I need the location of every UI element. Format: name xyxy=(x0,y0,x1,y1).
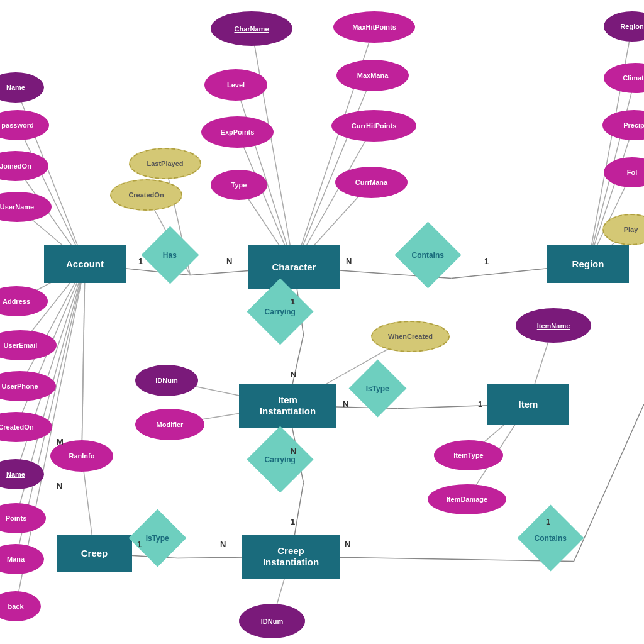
relation-contains2: Contains xyxy=(517,504,584,571)
attribute-region_name: Region xyxy=(604,11,644,42)
cardinality-c10: 1 xyxy=(291,517,295,526)
attribute-type: Type xyxy=(211,170,267,200)
cardinality-c5: 1 xyxy=(291,297,295,306)
svg-line-13 xyxy=(252,29,294,268)
attribute-currmana: CurrMana xyxy=(335,167,408,198)
attribute-precip: Precip xyxy=(602,110,644,140)
attribute-createdon2: CreatedOn xyxy=(0,412,52,442)
attribute-mana: Mana xyxy=(0,544,44,574)
attribute-password: password xyxy=(0,110,49,140)
cardinality-c16: N xyxy=(57,481,62,491)
attribute-username: UserName xyxy=(0,192,52,222)
cardinality-c13: N xyxy=(345,540,350,549)
attribute-back: back xyxy=(0,591,41,621)
cardinality-c9: N xyxy=(291,447,296,456)
attribute-charname: CharName xyxy=(211,11,292,46)
attribute-maxmana: MaxMana xyxy=(336,60,409,91)
cardinality-c8: 1 xyxy=(478,399,482,409)
svg-line-47 xyxy=(82,264,85,456)
attribute-idnum: IDNum xyxy=(135,365,198,396)
attribute-createdon_char: CreatedOn xyxy=(110,179,182,211)
attribute-itemname: ItemName xyxy=(516,308,591,343)
attribute-play: Play xyxy=(602,214,644,245)
entity-character: Character xyxy=(248,245,340,289)
entity-region: Region xyxy=(547,245,629,283)
relation-istype2: IsType xyxy=(128,509,186,567)
attribute-maxhitpoints: MaxHitPoints xyxy=(333,11,415,43)
er-diagram-canvas: AccountCharacterRegionItemInstantiationI… xyxy=(0,0,644,644)
relation-has: Has xyxy=(141,226,199,284)
cardinality-c14: 1 xyxy=(546,517,550,526)
entity-item_instantiation: ItemInstantiation xyxy=(239,384,336,428)
cardinality-c15: M xyxy=(57,437,64,447)
entity-account: Account xyxy=(44,245,126,283)
attribute-fol: Fol xyxy=(604,157,644,187)
attribute-useremail: UserEmail xyxy=(0,330,57,360)
attribute-userphone: UserPhone xyxy=(0,371,56,401)
attribute-lastplayed: LastPlayed xyxy=(129,148,201,179)
attribute-address: Address xyxy=(0,286,48,316)
attribute-itemtype: ItemType xyxy=(434,440,503,470)
attribute-level: Level xyxy=(204,69,267,101)
attribute-currhitpoints: CurrHitPoints xyxy=(331,110,416,142)
attribute-joinedon: JoinedOn xyxy=(0,151,48,181)
attribute-points: Points xyxy=(0,503,46,533)
cardinality-c1: 1 xyxy=(138,257,143,266)
entity-creep_instantiation: CreepInstantiation xyxy=(242,535,340,579)
entity-creep: Creep xyxy=(57,535,132,572)
attribute-name_account: Name xyxy=(0,72,44,103)
attribute-itemdamage: ItemDamage xyxy=(428,484,506,514)
attribute-name2: Name xyxy=(0,459,44,489)
attribute-whencreated: WhenCreated xyxy=(371,321,450,352)
relation-istype1: IsType xyxy=(348,359,406,417)
svg-line-48 xyxy=(82,264,85,456)
cardinality-c11: 1 xyxy=(137,540,142,549)
attribute-climate: Climate xyxy=(604,63,644,93)
attribute-exppoints: ExpPoints xyxy=(201,116,274,148)
svg-line-50 xyxy=(574,404,645,562)
cardinality-c3: N xyxy=(346,257,352,266)
cardinality-c7: N xyxy=(343,399,348,409)
cardinality-c2: N xyxy=(226,257,232,266)
cardinality-c6: N xyxy=(291,370,296,379)
cardinality-c12: N xyxy=(220,540,226,549)
attribute-idnum2: IDNum xyxy=(239,604,305,638)
relation-carrying2: Carrying xyxy=(247,426,313,492)
cardinality-c4: 1 xyxy=(484,257,489,266)
relation-contains1: Contains xyxy=(394,221,461,288)
attribute-modifier: Modifier xyxy=(135,409,204,440)
entity-item: Item xyxy=(487,384,569,425)
